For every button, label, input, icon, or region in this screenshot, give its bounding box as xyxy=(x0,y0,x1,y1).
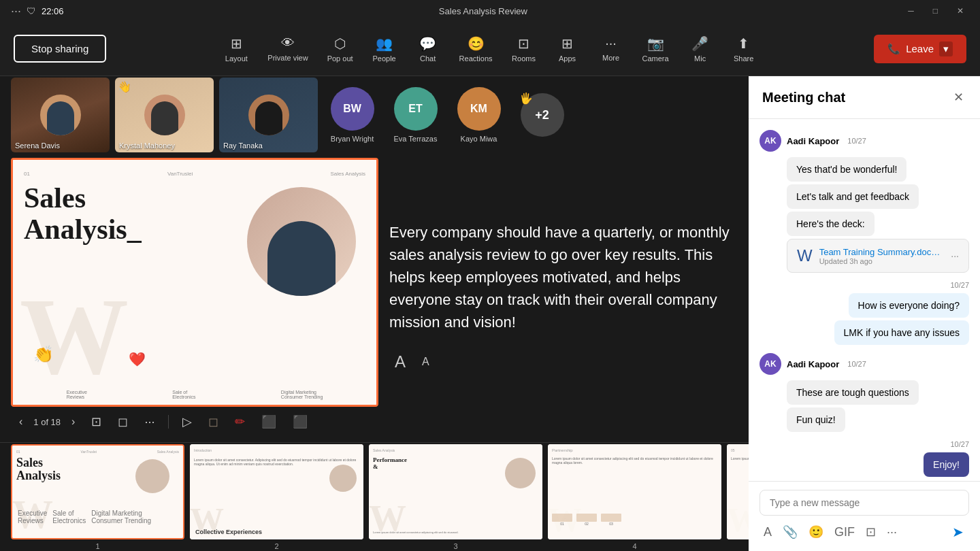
layout-icon: ⊞ xyxy=(231,35,242,52)
sender-name-aadi-1: Aadi Kapoor xyxy=(787,136,839,146)
raise-hand-emoji-krystal: 👋 xyxy=(118,80,131,93)
thumb-bg-4: W xyxy=(548,500,582,539)
avatar-aadi: AK xyxy=(760,130,781,152)
attach-file-button[interactable]: 📎 xyxy=(779,522,802,542)
sent-bubble-2: LMK if you have any issues xyxy=(834,320,969,345)
presentation-area: 01 VanTruslei Sales Analysis SalesAnalys… xyxy=(0,158,749,442)
message-group-2: AK Aadi Kapoor 10/27 These are tough que… xyxy=(760,353,969,432)
emoji-button[interactable]: 🙂 xyxy=(804,522,828,542)
leave-chevron-icon[interactable]: ▾ xyxy=(939,41,953,56)
maximize-button[interactable]: □ xyxy=(928,5,943,17)
sent-group-2: 10/27 Enjoy! xyxy=(760,440,969,477)
pink-highlighter-button[interactable]: ⬛ xyxy=(287,412,313,432)
thumb-text-3: Lorem ipsum dolor sit amet consectetur a… xyxy=(373,531,538,534)
more-label: More xyxy=(602,54,619,62)
stop-sharing-button[interactable]: Stop sharing xyxy=(14,35,106,63)
apps-button[interactable]: ⊞ Apps xyxy=(547,30,588,68)
eye-icon: 👁 xyxy=(281,35,295,51)
chat-input-icons: A 📎 🙂 GIF ⊡ ··· xyxy=(760,522,901,542)
thumbnail-4[interactable]: Partnership Lorem ipsum dolor sit amet c… xyxy=(548,444,721,550)
thumbnail-5[interactable]: 05 Lorem ipsum dolor sit amet consectetu… xyxy=(727,444,749,550)
layout-button[interactable]: ⊞ Layout xyxy=(216,30,257,68)
people-button[interactable]: 👥 People xyxy=(364,30,405,68)
chat-close-button[interactable]: ✕ xyxy=(951,87,966,107)
more-participants[interactable]: 🖐 +2 xyxy=(521,93,564,137)
window-controls: ─ □ ✕ xyxy=(902,5,969,17)
annotate-button[interactable]: ◻ xyxy=(112,412,133,432)
slide-label-2: Sale ofElectronics xyxy=(172,390,195,399)
chat-panel: Meeting chat ✕ AK Aadi Kapoor 10/27 Yes … xyxy=(749,76,980,551)
avatar-aadi-2: AK xyxy=(760,353,781,375)
thumbnail-3[interactable]: Sales Analysis Performance& W Lorem ipsu… xyxy=(369,444,542,550)
participant-name-ray: Ray Tanaka xyxy=(223,141,263,150)
prev-slide-button[interactable]: ‹ xyxy=(14,413,28,431)
participant-video-ray: Ray Tanaka xyxy=(219,78,318,152)
sender-name-aadi-2: Aadi Kapoor xyxy=(787,359,839,369)
file-attachment[interactable]: W Team Training Summary.docx ... Updated… xyxy=(787,239,969,273)
rooms-button[interactable]: ⊡ Rooms xyxy=(504,30,544,68)
file-more-button[interactable]: ··· xyxy=(951,250,959,261)
participants-row: Serena Davis 👋 Krystal Mahoney xyxy=(0,76,749,158)
slide-brand: VanTruslei xyxy=(167,171,193,177)
apps-label: Apps xyxy=(559,54,576,63)
main-content: Serena Davis 👋 Krystal Mahoney xyxy=(0,76,980,551)
chat-button[interactable]: 💬 Chat xyxy=(408,30,448,68)
private-view-label: Private view xyxy=(267,54,308,62)
share-label: Share xyxy=(734,54,753,63)
pointer-tool-button[interactable]: ▷ xyxy=(177,412,197,432)
chat-label: Chat xyxy=(420,54,436,63)
thumb-header-4: Partnership xyxy=(552,448,717,452)
slide-content: 01 VanTruslei Sales Analysis SalesAnalys… xyxy=(13,160,376,405)
thumb-text-2: Lorem ipsum dolor sit amet consectetur. … xyxy=(194,458,359,467)
message-bubble-1: Yes that'd be wonderful! xyxy=(787,157,906,182)
eraser-tool-button[interactable]: ◻ xyxy=(203,412,224,432)
app-menu-dots[interactable]: ··· xyxy=(11,4,21,18)
pop-out-button[interactable]: ⬡ Pop out xyxy=(319,30,361,68)
thumb-header-1: 01VanTrusleiSales Analysis xyxy=(16,450,179,454)
expand-slide-button[interactable]: ⊡ xyxy=(86,412,107,432)
share-button[interactable]: ⬆ Share xyxy=(723,30,764,68)
gif-button[interactable]: GIF xyxy=(830,522,859,542)
close-button[interactable]: ✕ xyxy=(951,5,969,17)
chat-icon: 💬 xyxy=(419,35,436,52)
chat-input-area: A 📎 🙂 GIF ⊡ ··· ➤ xyxy=(749,481,980,551)
private-view-button[interactable]: 👁 Private view xyxy=(259,30,316,67)
minimize-button[interactable]: ─ xyxy=(902,5,919,17)
thumbnail-1[interactable]: 01VanTrusleiSales Analysis SalesAnalysis… xyxy=(11,444,184,550)
file-name: Team Training Summary.docx ... xyxy=(819,247,945,257)
more-button[interactable]: ··· More xyxy=(591,30,632,67)
yellow-highlighter-button[interactable]: ⬛ xyxy=(256,412,282,432)
description-text: Every company should have a quarterly, o… xyxy=(389,221,738,333)
toolbar-right: 📞 Leave ▾ xyxy=(874,35,966,63)
avatar-circle-kayo: KM xyxy=(457,87,501,131)
more-options-button[interactable]: ··· xyxy=(883,522,901,542)
format-text-button[interactable]: A xyxy=(760,522,776,542)
description-area: Every company should have a quarterly, o… xyxy=(389,158,738,437)
slide-person-circle xyxy=(247,187,356,296)
apps-icon: ⊞ xyxy=(561,35,573,52)
slide-more-button[interactable]: ··· xyxy=(139,412,160,432)
mic-button[interactable]: 🎤 Mic xyxy=(680,30,721,68)
meeting-area: Serena Davis 👋 Krystal Mahoney xyxy=(0,76,749,551)
reactions-button[interactable]: 😊 Reactions xyxy=(451,30,501,68)
increase-text-button[interactable]: A xyxy=(389,350,411,374)
participant-avatar-kayo: KM Kayo Miwa xyxy=(450,78,508,152)
participant-name-eva: Eva Terrazas xyxy=(394,135,438,143)
leave-button[interactable]: 📞 Leave ▾ xyxy=(874,35,966,63)
camera-button[interactable]: 📷 Camera xyxy=(634,30,677,68)
participant-name-bryan: Bryan Wright xyxy=(331,135,374,143)
red-pen-button[interactable]: ✏ xyxy=(229,412,250,432)
message-bubble-5: Fun quiz! xyxy=(787,407,845,432)
thumbnail-2[interactable]: Introduction Lorem ipsum dolor sit amet … xyxy=(190,444,363,550)
chat-input-toolbar: A 📎 🙂 GIF ⊡ ··· ➤ xyxy=(760,521,969,543)
thumb-num-3: 3 xyxy=(453,542,457,550)
toolbar-left: Stop sharing xyxy=(14,35,106,63)
message-bubble-3: Here's the deck: xyxy=(787,212,875,236)
chat-header: Meeting chat ✕ xyxy=(749,76,980,119)
slide-bg-letter: W xyxy=(20,282,129,391)
next-slide-button[interactable]: › xyxy=(66,413,80,431)
sticker-button[interactable]: ⊡ xyxy=(862,522,880,542)
chat-input[interactable] xyxy=(760,490,969,516)
decrease-text-button[interactable]: A xyxy=(416,353,435,371)
send-message-button[interactable]: ➤ xyxy=(947,521,969,543)
